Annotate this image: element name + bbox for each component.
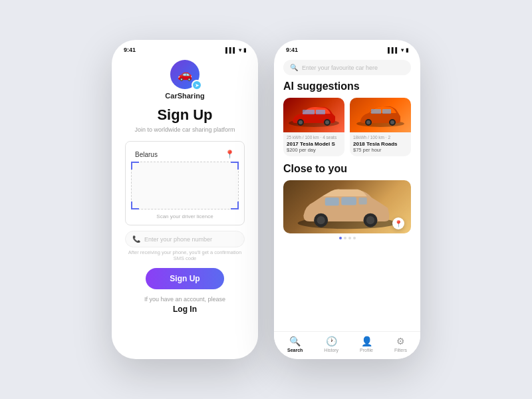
wifi-icon: ▾ — [239, 47, 241, 53]
nav-filters[interactable]: ⚙ Filters — [394, 336, 407, 352]
svg-point-18 — [366, 216, 374, 224]
scan-area[interactable]: Belarus 📍 Scan your driver licence — [125, 141, 245, 225]
search-phone: 9:41 ▌▌▌ ▾ ▮ 🔍 Enter your favourite car … — [274, 40, 420, 359]
signup-content: 🚗 ➤ CarSharing Sign Up Join to worldwide… — [112, 56, 258, 359]
signup-phone: 9:41 ▌▌▌ ▾ ▮ 🚗 ➤ CarSharing Sign Up Join… — [112, 40, 258, 359]
car-specs-1: 25 kWh / 100 km · 4 seats — [287, 135, 341, 140]
svg-point-16 — [317, 216, 325, 224]
time-left: 9:41 — [124, 47, 136, 53]
dot-4 — [353, 237, 356, 239]
nav-profile-label: Profile — [360, 348, 373, 352]
country-name: Belarus — [135, 151, 158, 158]
status-bar-left: 9:41 ▌▌▌ ▾ ▮ — [112, 40, 258, 56]
ai-cars-row: 25 kWh / 100 km · 4 seats 2017 Tesla Mod… — [283, 98, 411, 156]
car-specs-2: 18kWh / 100 km · 2 — [353, 135, 408, 140]
car-card-2[interactable]: 18kWh / 100 km · 2 2018 Tesla Roads $75 … — [350, 98, 411, 156]
search-icon: 🔍 — [290, 64, 298, 71]
search-nav-icon: 🔍 — [289, 336, 301, 346]
close-section: Close to you — [283, 163, 411, 239]
have-account-text: If you have an account, please — [144, 296, 225, 303]
location-pin-icon: 📍 — [225, 150, 235, 159]
scan-label: Scan your driver licence — [131, 213, 239, 219]
corner-bl — [131, 201, 139, 209]
bottom-nav: 🔍 Search 🕐 History 👤 Profile ⚙ Filters — [274, 331, 420, 359]
login-link[interactable]: Log In — [173, 305, 197, 314]
svg-point-2 — [299, 120, 303, 124]
dot-2 — [344, 237, 346, 239]
car-price-2: $75 per hour — [353, 147, 408, 153]
scan-box — [131, 162, 239, 209]
close-car-image[interactable]: 📍 — [283, 180, 411, 233]
car-name-2: 2018 Tesla Roads — [353, 141, 408, 147]
dots-indicator — [283, 237, 411, 239]
phone-icon: 📞 — [132, 235, 140, 243]
filters-nav-icon: ⚙ — [396, 336, 405, 346]
dot-3 — [348, 237, 351, 239]
nav-history[interactable]: 🕐 History — [324, 336, 338, 352]
corner-tl — [131, 162, 139, 170]
signup-button[interactable]: Sign Up — [146, 268, 223, 289]
search-content: 🔍 Enter your favourite car here AI sugge… — [274, 56, 420, 359]
phone-placeholder: Enter your phone number — [144, 236, 212, 243]
battery-icon-r: ▮ — [406, 47, 408, 53]
app-logo: 🚗 ➤ — [170, 60, 200, 89]
main-scroll: AI suggestions — [274, 80, 420, 331]
car-info-2: 18kWh / 100 km · 2 2018 Tesla Roads $75 … — [350, 132, 411, 156]
svg-point-11 — [390, 120, 394, 124]
svg-rect-6 — [316, 110, 325, 114]
phone-hint: After receiving your phone, you'll get a… — [125, 249, 245, 261]
nav-search-label: Search — [287, 348, 303, 352]
status-bar-right: 9:41 ▌▌▌ ▾ ▮ — [274, 40, 420, 56]
profile-nav-icon: 👤 — [361, 336, 372, 346]
nav-filters-label: Filters — [394, 348, 407, 352]
svg-rect-13 — [382, 109, 391, 114]
search-placeholder: Enter your favourite car here — [302, 65, 378, 71]
status-icons-right: ▌▌▌ ▾ ▮ — [388, 47, 408, 53]
history-nav-icon: 🕐 — [326, 336, 337, 346]
nav-search[interactable]: 🔍 Search — [287, 336, 303, 352]
phone-input-row[interactable]: 📞 Enter your phone number — [125, 231, 245, 247]
dot-1 — [339, 237, 342, 239]
search-bar[interactable]: 🔍 Enter your favourite car here — [283, 60, 411, 75]
svg-point-9 — [366, 120, 370, 124]
nav-profile[interactable]: 👤 Profile — [360, 336, 373, 352]
car-card-1[interactable]: 25 kWh / 100 km · 4 seats 2017 Tesla Mod… — [283, 98, 344, 156]
status-icons-left: ▌▌▌ ▾ ▮ — [225, 47, 246, 53]
wifi-icon-r: ▾ — [401, 47, 404, 53]
car-image-2 — [350, 98, 411, 132]
corner-br — [231, 201, 239, 209]
close-section-title: Close to you — [283, 163, 411, 175]
svg-rect-20 — [341, 197, 356, 205]
app-name: CarSharing — [165, 92, 204, 100]
svg-rect-19 — [325, 198, 339, 205]
car-name-1: 2017 Tesla Model S — [287, 141, 341, 147]
nav-history-label: History — [324, 348, 338, 352]
car-price-1: $200 per day — [287, 147, 341, 153]
svg-point-4 — [325, 120, 329, 124]
map-pin-icon: 📍 — [392, 217, 404, 229]
battery-icon: ▮ — [243, 47, 246, 53]
svg-rect-12 — [371, 109, 381, 114]
signal-icon: ▌▌▌ — [225, 47, 237, 53]
signal-icon-r: ▌▌▌ — [388, 47, 399, 53]
car-image-1 — [283, 98, 344, 132]
ai-section-title: AI suggestions — [283, 80, 411, 92]
svg-rect-21 — [359, 198, 367, 205]
svg-rect-5 — [303, 110, 315, 114]
signup-subtitle: Join to worldwide car sharing platform — [134, 126, 235, 133]
car-info-1: 25 kWh / 100 km · 4 seats 2017 Tesla Mod… — [283, 132, 344, 156]
time-right: 9:41 — [286, 47, 298, 53]
logo-arrow: ➤ — [192, 80, 202, 90]
country-row: Belarus 📍 — [131, 147, 239, 162]
corner-tr — [231, 162, 239, 170]
signup-title: Sign Up — [157, 106, 212, 124]
